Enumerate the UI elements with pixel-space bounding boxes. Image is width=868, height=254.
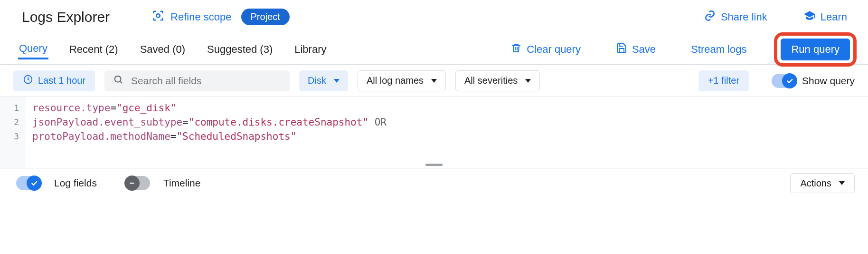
tab-suggested[interactable]: Suggested (3) <box>206 40 274 59</box>
link-icon <box>704 10 716 25</box>
severities-label: All severities <box>464 75 518 86</box>
share-link-label: Share link <box>721 11 767 23</box>
chevron-down-icon <box>431 79 437 83</box>
resource-filter[interactable]: Disk <box>299 70 348 91</box>
search-fields-input[interactable] <box>130 75 281 87</box>
tab-recent[interactable]: Recent (2) <box>68 40 119 59</box>
clock-icon <box>23 74 33 87</box>
time-range-label: Last 1 hour <box>38 75 85 86</box>
page-title: Logs Explorer <box>22 9 110 25</box>
share-link-button[interactable]: Share link <box>704 10 767 25</box>
svg-point-2 <box>115 76 121 82</box>
tab-saved[interactable]: Saved (0) <box>139 40 186 59</box>
check-icon <box>27 176 42 191</box>
run-query-highlight: Run query <box>774 32 857 67</box>
tab-query[interactable]: Query <box>18 39 48 59</box>
actions-button[interactable]: Actions <box>790 173 855 193</box>
actions-label: Actions <box>800 178 831 189</box>
chevron-down-icon <box>839 181 845 185</box>
refine-scope-button[interactable]: Refine scope Project <box>151 9 290 25</box>
toggle-off-knob <box>124 176 140 191</box>
time-range-chip[interactable]: Last 1 hour <box>13 70 95 91</box>
show-query-label: Show query <box>802 75 855 87</box>
chevron-down-icon <box>334 79 340 83</box>
save-label: Save <box>632 43 656 56</box>
editor-gutter: 123 <box>0 97 26 168</box>
resize-handle[interactable] <box>425 164 443 166</box>
tab-library[interactable]: Library <box>293 40 327 59</box>
timeline-toggle[interactable] <box>125 176 150 190</box>
resource-filter-label: Disk <box>308 75 326 86</box>
chevron-down-icon <box>525 79 531 83</box>
editor-code[interactable]: resource.type="gce_disk"jsonPayload.even… <box>26 97 393 168</box>
learn-button[interactable]: Learn <box>803 10 847 25</box>
trash-icon <box>510 42 522 57</box>
query-editor[interactable]: 123 resource.type="gce_disk"jsonPayload.… <box>0 97 868 168</box>
severities-filter[interactable]: All severities <box>455 70 540 91</box>
show-query-toggle[interactable] <box>772 74 796 88</box>
log-fields-toggle[interactable] <box>16 176 41 190</box>
run-query-button[interactable]: Run query <box>781 39 850 60</box>
log-fields-label: Log fields <box>54 177 97 189</box>
graduation-cap-icon <box>803 10 816 25</box>
log-names-filter[interactable]: All log names <box>358 70 446 91</box>
search-icon <box>113 74 123 87</box>
save-icon <box>616 42 627 57</box>
clear-query-label: Clear query <box>527 43 581 56</box>
search-fields-input-wrap[interactable] <box>104 70 290 91</box>
refine-scope-label: Refine scope <box>170 11 231 23</box>
more-filters-chip[interactable]: +1 filter <box>698 70 749 91</box>
stream-logs-button[interactable]: Stream logs <box>691 43 746 56</box>
learn-label: Learn <box>821 11 847 23</box>
timeline-label: Timeline <box>163 177 201 189</box>
scope-target-icon <box>151 9 165 25</box>
save-button[interactable]: Save <box>616 42 656 57</box>
check-icon <box>782 73 797 88</box>
svg-point-0 <box>156 14 160 17</box>
scope-chip: Project <box>241 9 290 25</box>
log-names-label: All log names <box>367 75 424 86</box>
clear-query-button[interactable]: Clear query <box>510 42 581 57</box>
